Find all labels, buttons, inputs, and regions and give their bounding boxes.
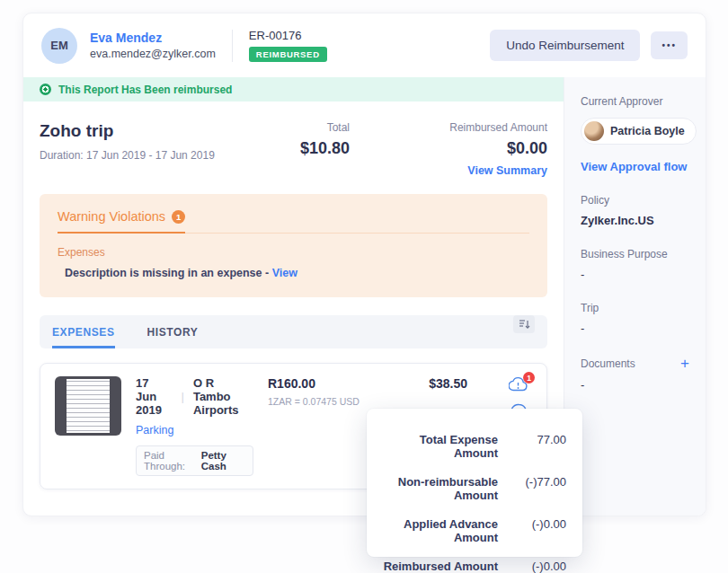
- violations-section-label: Expenses: [58, 246, 529, 259]
- total-value: $10.80: [233, 139, 350, 158]
- expense-warning-button[interactable]: 1: [509, 376, 528, 395]
- reimbursed-amount-value: $0.00: [386, 139, 547, 158]
- report-summary-row: Zoho trip Duration: 17 Jun 2019 - 17 Jun…: [40, 121, 547, 178]
- current-approver-label: Current Approver: [581, 95, 689, 108]
- warning-count-badge: 1: [523, 372, 535, 383]
- summary-row: Applied Advance Amount (-)0.00: [383, 517, 566, 544]
- paid-through-pill: Paid Through: Petty Cash: [136, 445, 253, 476]
- view-summary-link[interactable]: View Summary: [467, 164, 547, 177]
- expense-category-link[interactable]: Parking: [136, 424, 253, 436]
- warning-violations-tab[interactable]: Warning Violations 1: [58, 209, 185, 234]
- tab-history[interactable]: HISTORY: [147, 315, 199, 348]
- avatar: EM: [41, 28, 77, 64]
- details-sidebar: Current Approver Patricia Boyle View App…: [564, 77, 706, 516]
- documents-label: Documents: [581, 357, 635, 370]
- expense-date: 17 Jun 2019: [136, 376, 173, 417]
- summary-row: Non-reimbursable Amount (-)77.00: [383, 475, 566, 502]
- reimbursed-banner-text: This Report Has Been reimbursed: [58, 84, 232, 96]
- summary-row: Reimbursed Amount (-)0.00: [383, 560, 566, 573]
- expense-merchant: O R Tambo Airports: [193, 376, 253, 417]
- status-badge: REIMBURSED: [249, 47, 327, 62]
- more-options-button[interactable]: •••: [651, 31, 688, 59]
- expense-amount-original: R160.00: [268, 376, 383, 391]
- submitter-name-link[interactable]: Eva Mendez: [90, 31, 216, 45]
- policy-value: Zylker.Inc.US: [581, 214, 689, 227]
- business-purpose-value: -: [581, 268, 689, 281]
- sort-icon: [519, 319, 530, 330]
- report-header: EM Eva Mendez eva.mendez@zylker.com ER-0…: [23, 13, 706, 77]
- tab-bar: EXPENSES HISTORY: [40, 315, 547, 348]
- report-id-block: ER-00176 REIMBURSED: [249, 29, 327, 62]
- approver-chip: Patricia Boyle: [581, 118, 697, 145]
- documents-value: -: [581, 378, 689, 392]
- warning-violations-panel: Warning Violations 1 Expenses Descriptio…: [40, 194, 547, 297]
- receipt-paper: [67, 379, 110, 433]
- policy-label: Policy: [581, 194, 689, 207]
- header-divider: [232, 30, 233, 62]
- warning-violations-title: Warning Violations: [58, 209, 165, 224]
- violation-view-link[interactable]: View: [272, 267, 297, 279]
- reimbursed-amount-label: Reimbursed Amount: [386, 121, 547, 134]
- add-document-button[interactable]: +: [680, 356, 689, 371]
- undo-reimbursement-button[interactable]: Undo Reimbursement: [490, 30, 640, 61]
- trip-value: -: [581, 322, 689, 335]
- summary-popup: Total Expense Amount 77.00 Non-reimbursa…: [367, 409, 582, 557]
- submitter-email: eva.mendez@zylker.com: [90, 48, 216, 60]
- submitter-block: Eva Mendez eva.mendez@zylker.com: [90, 31, 216, 60]
- exchange-rate: 1ZAR = 0.07475 USD: [268, 396, 383, 407]
- approver-name: Patricia Boyle: [610, 125, 685, 137]
- violations-count-badge: 1: [172, 210, 185, 224]
- business-purpose-label: Business Purpose: [581, 248, 689, 260]
- tab-expenses[interactable]: EXPENSES: [52, 315, 115, 348]
- receipt-thumbnail[interactable]: [55, 376, 121, 436]
- reimbursed-status-icon: [40, 84, 51, 95]
- violation-message: Description is missing in an expense - V…: [58, 267, 529, 279]
- summary-row: Total Expense Amount 77.00: [383, 433, 566, 460]
- total-label: Total: [233, 121, 350, 134]
- reimbursed-banner: This Report Has Been reimbursed: [23, 77, 564, 101]
- approver-avatar: [584, 121, 604, 141]
- report-id: ER-00176: [249, 29, 327, 42]
- page-title: Zoho trip: [40, 121, 233, 141]
- view-approval-flow-link[interactable]: View Approval flow: [581, 160, 689, 173]
- trip-label: Trip: [581, 302, 689, 314]
- sort-button[interactable]: [513, 315, 535, 333]
- report-card: EM Eva Mendez eva.mendez@zylker.com ER-0…: [22, 13, 706, 516]
- report-duration: Duration: 17 Jun 2019 - 17 Jun 2019: [40, 149, 233, 162]
